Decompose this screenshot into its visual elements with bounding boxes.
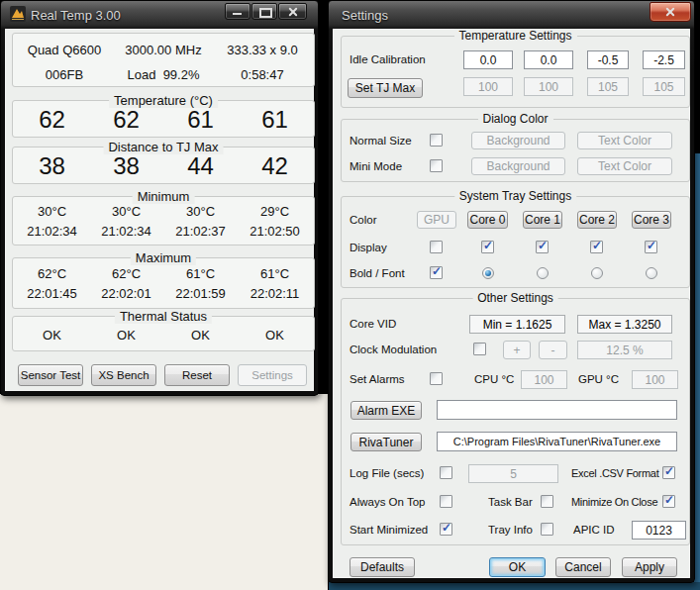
tj-max-2: 105 [587,77,629,96]
apply-button[interactable]: Apply [622,557,677,577]
start-minimized-checkbox[interactable] [440,523,452,536]
desktop-cream-area [0,394,328,590]
settings-titlebar[interactable]: Settings [329,1,694,29]
core1-temp: 62 [89,106,163,134]
realtemp-title: Real Temp 3.00 [31,8,121,23]
display-core2-checkbox[interactable] [590,241,603,253]
display-gpu-checkbox[interactable] [430,241,443,253]
display-core3-checkbox[interactable] [645,241,657,253]
settings-title: Settings [342,8,388,23]
minimize-on-close-checkbox[interactable] [662,495,675,508]
log-interval-field: 5 [468,464,558,483]
color-label: Color [350,214,376,226]
desktop-blue-edge-bottom [329,582,700,590]
temperature-box: Temperature (°C) 62 62 61 61 [12,100,315,138]
cpu-info-box: Quad Q6600 3000.00 MHz 333.33 x 9.0 006F… [12,33,315,87]
cpu-load: Load 99.2% [114,67,213,82]
close-button[interactable] [278,3,307,20]
thermal-2: OK [163,328,238,343]
cpu-name: Quad Q6600 [15,43,114,57]
normal-textcolor-button: Text Color [577,132,672,149]
core0-color-button[interactable]: Core 0 [467,211,508,229]
defaults-button[interactable]: Defaults [350,557,415,577]
min-time-2: 21:02:37 [163,224,238,239]
apic-id-field[interactable]: 0123 [632,521,686,540]
mini-textcolor-button: Text Color [577,157,672,175]
cpu-alarm-field: 100 [521,370,567,389]
minimize-button[interactable] [225,3,250,20]
mod-plus-button: + [503,341,531,359]
tj-max-3: 105 [643,77,685,96]
set-alarms-checkbox[interactable] [430,372,443,385]
settings-close-button[interactable] [650,2,691,22]
idle-calibration-label: Idle Calibration [350,53,426,65]
max-temp-3: 61°C [238,266,312,281]
font-core1-radio[interactable] [537,267,549,279]
display-core0-checkbox[interactable] [481,241,494,253]
rivatuner-field[interactable]: C:\Program Files\RivaTuner\RivaTuner.exe [437,432,677,451]
distance-box: Distance to TJ Max 38 38 44 42 [12,147,315,184]
vid-min-field: Min = 1.1625 [469,315,565,334]
normal-size-checkbox[interactable] [430,134,443,147]
idle-cal-0[interactable]: 0.0 [463,50,513,69]
log-file-checkbox[interactable] [440,466,452,479]
settings-button: Settings [238,364,307,386]
set-tj-max-button[interactable]: Set TJ Max [348,78,423,98]
core3-distance: 42 [238,152,312,180]
thermal-0: OK [15,328,89,343]
core2-temp: 61 [163,106,238,134]
gpu-alarm-field: 100 [632,370,678,389]
font-core0-radio[interactable] [482,267,494,279]
normal-background-button: Background [471,132,565,149]
tray-info-checkbox[interactable] [541,523,553,536]
min-time-0: 21:02:34 [15,224,89,239]
font-core2-radio[interactable] [591,267,603,279]
always-on-top-checkbox[interactable] [440,495,452,508]
display-core1-checkbox[interactable] [536,241,549,253]
core2-color-button[interactable]: Core 2 [577,211,617,229]
min-time-3: 21:02:50 [238,224,312,239]
bold-font-label: Bold / Font [350,267,405,279]
idle-cal-3[interactable]: -2.5 [643,50,685,69]
idle-cal-2[interactable]: -0.5 [587,50,629,69]
temperature-settings-label: Temperature Settings [453,29,576,43]
clock-modulation-checkbox[interactable] [473,343,486,355]
mini-mode-checkbox[interactable] [430,159,443,172]
core3-color-button[interactable]: Core 3 [632,211,671,229]
vid-max-field: Max = 1.3250 [577,315,672,334]
alarm-exe-button[interactable]: Alarm EXE [350,401,422,420]
maximize-button[interactable] [251,3,277,20]
always-on-top-label: Always On Top [350,496,426,508]
realtemp-app-icon [10,6,26,22]
realtemp-titlebar[interactable]: Real Temp 3.00 [1,1,318,29]
task-bar-checkbox[interactable] [541,495,553,508]
max-time-3: 22:02:11 [238,286,312,301]
minimize-on-close-label: Minimize On Close [571,496,657,508]
task-bar-label: Task Bar [488,496,533,508]
xs-bench-button[interactable]: XS Bench [91,364,156,386]
start-minimized-label: Start Minimized [350,524,428,536]
gpu-color-button: GPU [417,211,456,229]
core2-distance: 44 [163,152,238,180]
mini-mode-label: Mini Mode [350,160,402,172]
clock-modulation-label: Clock Modulation [350,344,437,355]
reset-button[interactable]: Reset [164,364,230,386]
cpuid: 006FB [15,67,114,82]
idle-cal-1[interactable]: 0.0 [524,50,573,69]
font-core3-radio[interactable] [646,267,657,279]
excel-csv-checkbox[interactable] [662,466,675,479]
sensor-test-button[interactable]: Sensor Test [18,364,83,386]
rivatuner-button[interactable]: RivaTuner [350,433,422,451]
thermal-1: OK [89,328,163,343]
ok-button[interactable]: OK [489,557,546,577]
other-settings-label: Other Settings [472,291,558,305]
tj-max-0: 100 [463,77,513,96]
bold-font-checkbox[interactable] [430,266,443,279]
thermal-status-label: Thermal Status [115,309,212,324]
core1-distance: 38 [89,152,163,180]
cancel-button[interactable]: Cancel [555,557,611,577]
core1-color-button[interactable]: Core 1 [523,211,562,229]
max-temp-2: 61°C [163,266,238,281]
alarm-exe-field[interactable] [437,400,677,420]
cpu-fsb-multi: 333.33 x 9.0 [213,43,312,57]
